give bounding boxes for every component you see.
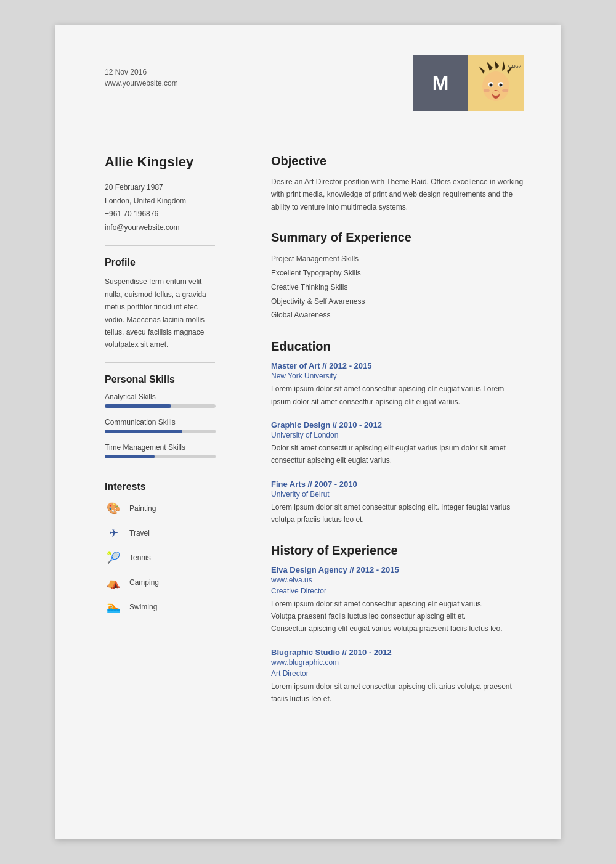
summary-title: Summary of Experience — [271, 230, 524, 245]
header-avatars: M — [413, 55, 524, 111]
education-entry: Master of Art // 2012 - 2015 New York Un… — [271, 361, 524, 408]
skill-item: Analytical Skills — [105, 393, 215, 408]
entry-title: Blugraphic Studio // 2010 - 2012 — [271, 648, 524, 657]
avatar-letter: M — [413, 55, 468, 111]
entry-sub1: www.blugraphic.com — [271, 658, 524, 667]
svg-point-11 — [492, 91, 500, 96]
skill-label: Communication Skills — [105, 418, 215, 426]
skill-bar-fill — [105, 404, 171, 408]
interest-item: ✈ Travel — [105, 524, 215, 542]
experience-entry: Elva Design Agency // 2012 - 2015 www.el… — [271, 565, 524, 635]
svg-point-8 — [490, 84, 493, 87]
entry-title: Elva Design Agency // 2012 - 2015 — [271, 565, 524, 574]
summary-list: Project Management SkillsExcellent Typog… — [271, 252, 524, 322]
avatar-cartoon: OMG?! — [468, 55, 524, 111]
summary-item: Objectivity & Self Awareness — [271, 295, 524, 309]
svg-point-12 — [484, 89, 490, 92]
main-content: Allie Kingsley 20 February 1987 London, … — [55, 123, 561, 748]
interest-icon: ⛺ — [105, 574, 122, 591]
entry-title: Master of Art // 2012 - 2015 — [271, 361, 524, 370]
email: info@yourwebsite.com — [105, 221, 215, 235]
person-name: Allie Kingsley — [105, 154, 215, 170]
svg-marker-3 — [479, 66, 485, 74]
interest-label: Camping — [129, 578, 159, 587]
right-column: Objective Desire an Art Director positio… — [240, 154, 561, 717]
interest-item: 🏊 Swiming — [105, 598, 215, 616]
summary-item: Global Awareness — [271, 308, 524, 322]
entry-text: Dolor sit amet consecttur apiscing elit … — [271, 442, 524, 467]
entry-sub2: Creative Director — [271, 587, 524, 595]
interest-item: 🎨 Painting — [105, 500, 215, 517]
entry-text: Lorem ipsum dolor sit amet consecttur ap… — [271, 383, 524, 408]
svg-marker-2 — [502, 61, 505, 71]
location: London, United Kingdom — [105, 195, 215, 208]
skill-label: Time Management Skills — [105, 443, 215, 452]
interest-item: ⛺ Camping — [105, 574, 215, 591]
education-entry: Fine Arts // 2007 - 2010 Univerity of Be… — [271, 479, 524, 526]
svg-point-9 — [500, 84, 503, 87]
contact-info: 20 February 1987 London, United Kingdom … — [105, 181, 215, 234]
interests-list: 🎨 Painting ✈ Travel 🎾 Tennis ⛺ Camping 🏊… — [105, 500, 215, 616]
objective-text: Desire an Art Director position with The… — [271, 176, 524, 213]
entry-title: Fine Arts // 2007 - 2010 — [271, 479, 524, 489]
skill-item: Communication Skills — [105, 418, 215, 433]
interest-item: 🎾 Tennis — [105, 549, 215, 566]
header: 12 Nov 2016 www.yourwebsite.com M — [55, 25, 561, 123]
svg-marker-1 — [495, 60, 499, 70]
interest-icon: 🏊 — [105, 598, 122, 616]
interest-label: Swiming — [129, 603, 157, 611]
interest-icon: 🎾 — [105, 549, 122, 566]
phone: +961 70 196876 — [105, 208, 215, 221]
left-column: Allie Kingsley 20 February 1987 London, … — [55, 154, 240, 717]
resume-page: 12 Nov 2016 www.yourwebsite.com M — [55, 25, 561, 839]
entry-sub: University of London — [271, 431, 524, 439]
divider-2 — [105, 362, 215, 363]
entry-text: Lorem ipsum dolor sit amet consecttur ap… — [271, 598, 524, 635]
interest-icon: ✈ — [105, 524, 122, 542]
svg-text:OMG?!: OMG?! — [508, 64, 521, 68]
skill-bar-bg — [105, 404, 216, 408]
interest-label: Travel — [129, 529, 150, 537]
entry-sub1: www.elva.us — [271, 576, 524, 584]
entry-text: Lorem ipsum dolor sit amet consecttur ap… — [271, 680, 524, 706]
entry-text: Lorem ipsum dolor sit amet consecttur ap… — [271, 501, 524, 526]
skill-label: Analytical Skills — [105, 393, 215, 401]
profile-title: Profile — [105, 257, 215, 268]
summary-item: Project Management Skills — [271, 252, 524, 266]
svg-point-13 — [502, 89, 508, 92]
skill-bar-fill — [105, 455, 155, 458]
svg-marker-0 — [487, 62, 493, 71]
skills-list: Analytical Skills Communication Skills T… — [105, 393, 215, 458]
interest-label: Tennis — [129, 553, 151, 562]
experience-title: History of Experience — [271, 544, 524, 558]
skills-title: Personal Skills — [105, 374, 215, 385]
skill-bar-fill — [105, 430, 182, 433]
profile-text: Suspendisse ferm entum velit nulla, euis… — [105, 275, 215, 351]
entry-sub: Univerity of Beirut — [271, 490, 524, 499]
education-entry: Graphic Design // 2010 - 2012 University… — [271, 420, 524, 467]
education-list: Master of Art // 2012 - 2015 New York Un… — [271, 361, 524, 526]
objective-title: Objective — [271, 154, 524, 168]
dob: 20 February 1987 — [105, 181, 215, 195]
entry-sub2: Art Director — [271, 669, 524, 678]
interest-icon: 🎨 — [105, 500, 122, 517]
summary-item: Excellent Typography Skills — [271, 266, 524, 280]
education-title: Education — [271, 340, 524, 354]
divider-1 — [105, 245, 215, 246]
experience-list: Elva Design Agency // 2012 - 2015 www.el… — [271, 565, 524, 706]
entry-title: Graphic Design // 2010 - 2012 — [271, 420, 524, 430]
experience-entry: Blugraphic Studio // 2010 - 2012 www.blu… — [271, 648, 524, 706]
skill-bar-bg — [105, 455, 216, 458]
skill-item: Time Management Skills — [105, 443, 215, 458]
entry-sub: New York University — [271, 372, 524, 380]
summary-item: Creative Thinking Skills — [271, 280, 524, 295]
divider-3 — [105, 470, 215, 470]
skill-bar-bg — [105, 430, 216, 433]
interests-title: Interests — [105, 481, 215, 492]
interest-label: Painting — [129, 504, 156, 513]
